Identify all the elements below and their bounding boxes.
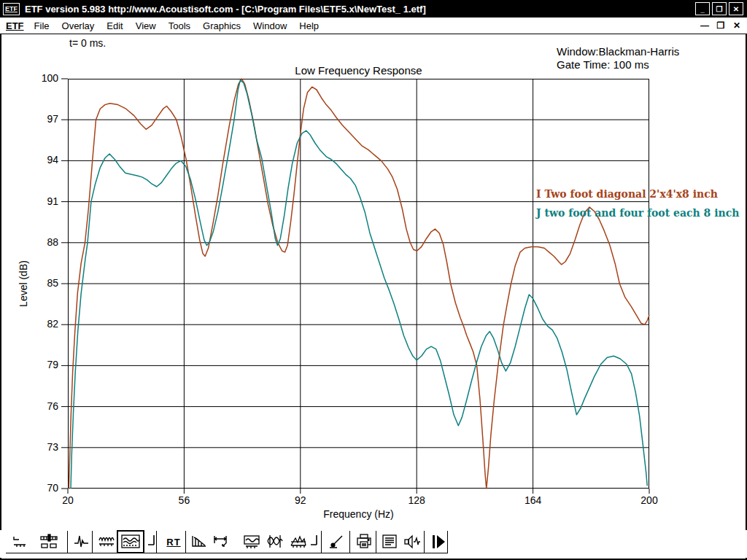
gate-marker-icon xyxy=(309,533,320,551)
time-marker-label: t= 0 ms. xyxy=(69,37,106,49)
gate-width-button[interactable] xyxy=(209,532,231,552)
menu-file[interactable]: File xyxy=(34,20,50,31)
y-tick-label: 94 xyxy=(26,154,58,166)
y-tick-label: 88 xyxy=(26,236,58,248)
menu-view[interactable]: View xyxy=(136,20,156,31)
microphone-icon xyxy=(328,533,345,551)
mdi-restore-button[interactable]: ❐ xyxy=(715,20,727,31)
print-button[interactable] xyxy=(353,532,375,552)
microphone-button[interactable] xyxy=(325,532,347,552)
waterfall-button[interactable] xyxy=(287,532,309,552)
window-controls: _ ❐ ✕ xyxy=(695,2,743,15)
gate-width-icon xyxy=(212,533,229,551)
y-tick-label: 70 xyxy=(26,482,58,494)
step-response-icon xyxy=(11,533,28,551)
speaker-impulse-button[interactable] xyxy=(401,532,423,552)
title-bar: ETF ETF version 5.983 http://www.Acousti… xyxy=(0,0,747,18)
sine-burst-icon xyxy=(266,533,284,551)
window-border-left xyxy=(0,34,1,560)
window-function-label: Window:Blackman-Harris xyxy=(557,45,679,58)
mdi-close-button[interactable]: ✕ xyxy=(731,20,743,31)
legend-series-2: J two foot and four foot each 8 inch xyxy=(536,207,739,219)
report-icon xyxy=(381,533,398,551)
play-icon xyxy=(430,533,447,551)
speaker-impulse-icon xyxy=(403,533,421,551)
window-title: ETF version 5.983 http://www.Acoustisoft… xyxy=(25,4,426,15)
low-frequency-response-icon xyxy=(120,533,141,551)
windowed-response-button[interactable] xyxy=(241,532,263,552)
menu-tools[interactable]: Tools xyxy=(169,20,190,31)
menu-graphics[interactable]: Graphics xyxy=(203,20,241,31)
y-tick-label: 100 xyxy=(26,72,58,84)
y-tick-label: 79 xyxy=(26,359,58,370)
x-tick-label: 128 xyxy=(400,494,433,506)
energy-decay-button[interactable] xyxy=(188,532,210,552)
impulse-response-button[interactable] xyxy=(71,532,93,552)
close-button[interactable]: ✕ xyxy=(729,2,743,15)
sine-burst-button[interactable] xyxy=(264,532,286,552)
waterfall-icon xyxy=(290,533,307,551)
y-tick-label: 82 xyxy=(26,318,58,330)
legend-series-1: I Two foot diagonal 2'x4'x8 inch xyxy=(536,188,718,200)
next-view-button[interactable] xyxy=(427,532,449,552)
x-tick-label: 92 xyxy=(285,494,317,506)
minimize-button[interactable]: _ xyxy=(695,2,710,15)
frequency-response-button[interactable] xyxy=(96,532,117,552)
windowed-response-icon xyxy=(243,533,260,551)
app-icon[interactable]: ETF xyxy=(3,3,20,15)
toolbar: RT xyxy=(0,530,747,558)
report-button[interactable] xyxy=(379,532,400,552)
frequency-response-icon xyxy=(98,533,115,551)
x-tick-label: 164 xyxy=(517,494,549,506)
system-menu[interactable]: ETF xyxy=(6,20,24,31)
mdi-window-controls: — ❐ ✕ xyxy=(699,20,743,31)
x-axis-title: Frequency (Hz) xyxy=(68,508,649,520)
chart-title: Low Frequency Response xyxy=(68,64,649,77)
step-response-button[interactable] xyxy=(9,532,31,552)
plot-area xyxy=(68,79,649,489)
rt60-button[interactable]: RT xyxy=(161,532,186,552)
low-frequency-response-button[interactable] xyxy=(117,530,144,553)
y-tick-label: 91 xyxy=(26,195,58,207)
menu-help[interactable]: Help xyxy=(299,20,319,31)
energy-decay-icon xyxy=(190,533,208,551)
app-window: ETF ETF version 5.983 http://www.Acousti… xyxy=(0,0,747,560)
x-tick-label: 200 xyxy=(633,494,665,506)
x-tick-label: 20 xyxy=(52,494,84,506)
mdi-minimize-button[interactable]: — xyxy=(699,20,711,31)
restore-button[interactable]: ❐ xyxy=(712,2,727,15)
y-axis-title: Level (dB) xyxy=(18,225,31,342)
x-tick-label: 56 xyxy=(168,494,200,506)
y-tick-label: 97 xyxy=(26,113,58,125)
menu-bar: ETF File Overlay Edit View Tools Graphic… xyxy=(0,18,747,34)
curve-series-2 xyxy=(71,80,647,489)
menu-overlay[interactable]: Overlay xyxy=(62,20,95,31)
level-sliders-button[interactable] xyxy=(38,532,60,552)
impulse-response-icon xyxy=(73,533,90,551)
rt60-label: RT xyxy=(166,537,180,548)
y-tick-label: 73 xyxy=(26,441,58,453)
printer-icon xyxy=(355,533,373,551)
y-tick-label: 85 xyxy=(26,277,58,289)
menu-edit[interactable]: Edit xyxy=(107,20,123,31)
level-sliders-icon xyxy=(39,533,58,551)
menu-window[interactable]: Window xyxy=(253,20,287,31)
y-tick-label: 76 xyxy=(26,400,58,412)
